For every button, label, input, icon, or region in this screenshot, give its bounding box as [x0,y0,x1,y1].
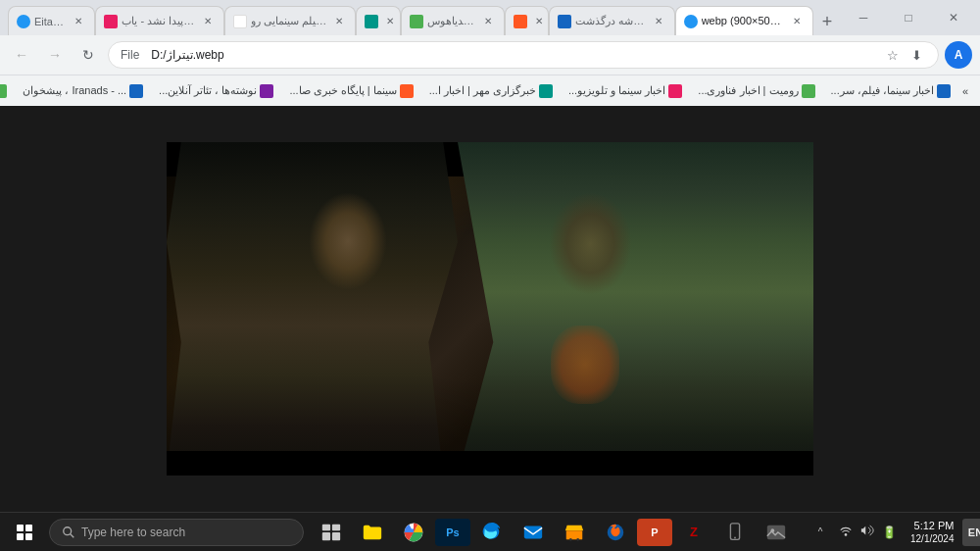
tab-admin-media[interactable]: آدمین مدیاهوس ✕ [401,6,505,35]
file-explorer-button[interactable] [353,513,392,552]
address-scheme: File [121,48,139,62]
profile-button[interactable]: A [945,41,972,69]
bookmarks-more-button[interactable]: » [958,83,972,99]
tab-close-5[interactable]: ✕ [480,14,496,29]
window-controls: ─ □ ✕ [841,0,980,35]
tab-close-3[interactable]: ✕ [331,14,347,29]
mail-button[interactable] [514,513,553,552]
powerpoint-button[interactable]: P [637,519,672,546]
tab-favicon-2 [104,15,118,28]
volume-icon[interactable] [858,522,876,542]
tab-hosein[interactable]: حسین توشه درگذشت ✕ [549,6,675,35]
tab-favicon-8 [684,15,698,28]
figure-left [167,142,458,476]
svg-point-0 [64,526,72,534]
tab-favicon-3 [233,15,247,28]
bookmark-item-7[interactable]: رومیت | اخبار فناوری... [690,82,822,100]
movie-image-container [167,142,813,476]
photos-button[interactable] [757,513,796,552]
tab-title-5: آدمین مدیاهوس [427,15,476,27]
bookmark-item-1[interactable]: آدمین مدیاهوس [0,82,15,100]
bookmark-label-6: اخبار سینما و تلویزیو... [568,84,665,97]
system-clock[interactable]: 5:12 PM 12/1/2024 [906,519,958,545]
task-view-button[interactable] [312,513,351,552]
tab-webp-active[interactable]: webp (900×506) تیتراژ... ✕ [675,6,813,35]
clock-time: 5:12 PM [910,519,955,532]
tab-favicon-6 [514,15,527,28]
clock-date: 12/1/2024 [910,532,955,545]
store-button[interactable] [555,513,594,552]
forward-button[interactable]: → [41,41,69,69]
ppt-label: P [651,526,658,538]
download-icon[interactable]: ⬇ [906,45,926,65]
back-button[interactable]: ← [8,41,35,69]
maximize-button[interactable]: □ [886,0,931,35]
language-indicator[interactable]: EN [962,519,981,546]
tab-close-6[interactable]: ✕ [531,14,547,29]
bookmark-label-3: نوشته‌ها ، تئاتر آنلاین... [159,84,257,97]
tab-not-found[interactable]: صفحه پیدا نشد - یاب‌... ✕ [95,6,224,35]
system-tray: ^ 🔋 5:12 PM 12/1/2024 [804,513,980,552]
firefox-button[interactable] [596,513,635,552]
battery-icon[interactable]: 🔋 [880,524,899,541]
tray-chevron-icon[interactable]: ^ [811,524,829,541]
tab-teal[interactable]: ✕ [356,6,400,35]
tab-title-2: صفحه پیدا نشد - یاب‌... [122,15,196,27]
address-path: D:/تیتراژ.webp [151,48,877,62]
close-button[interactable]: ✕ [931,0,976,35]
letterbox-bottom [167,451,813,476]
taskbar: Type here to search [0,512,980,551]
edge-button[interactable] [472,513,512,552]
face-left [309,192,387,290]
filezilla-button[interactable]: Z [674,513,713,552]
bookmark-label-2: ... - Iranads ، پیشخوان [23,84,126,97]
minimize-button[interactable]: ─ [841,0,886,35]
tab-orange[interactable]: ✕ [505,6,549,35]
tab-close-1[interactable]: ✕ [71,14,86,29]
tab-title-8: webp (900×506) تیتراژ... [702,15,785,27]
ps-label: Ps [446,526,459,538]
bookmark-item-6[interactable]: اخبار سینما و تلویزیو... [561,82,690,100]
browser-chrome: Eitaa Web ✕ صفحه پیدا نشد - یاب‌... ✕ تی… [0,0,980,106]
svg-point-14 [734,536,736,538]
bookmark-item-8[interactable]: اخبار سینما، فیلم، سر... [823,82,958,100]
tab-close-4[interactable]: ✕ [382,14,398,29]
tab-close-8[interactable]: ✕ [789,14,805,29]
reload-button[interactable]: ↻ [74,41,102,69]
device-button[interactable] [715,513,755,552]
svg-point-11 [576,537,579,540]
photoshop-button[interactable]: Ps [435,519,470,546]
orange-shirt [551,326,619,404]
bookmark-item-5[interactable]: خبرگزاری مهر | اخبار ا... [421,82,561,100]
bookmark-item-3[interactable]: نوشته‌ها ، تئاتر آنلاین... [151,82,281,100]
svg-point-17 [845,533,848,536]
network-icon[interactable] [837,522,855,542]
tab-close-7[interactable]: ✕ [651,14,666,29]
tab-favicon-4 [365,15,378,28]
title-bar: Eitaa Web ✕ صفحه پیدا نشد - یاب‌... ✕ تی… [0,0,980,35]
taskbar-search[interactable]: Type here to search [49,519,304,546]
tab-close-2[interactable]: ✕ [200,14,216,29]
new-tab-button[interactable]: + [813,8,841,35]
address-bar[interactable]: File D:/تیتراژ.webp ☆ ⬇ [108,41,939,69]
svg-rect-8 [524,526,542,538]
start-sq-3 [17,533,24,540]
tab-title-3: تیتراژ فیلم سینمایی رو... [251,15,327,27]
tab-titraj-film[interactable]: تیتراژ فیلم سینمایی رو... ✕ [224,6,356,35]
svg-line-1 [71,533,74,537]
tab-eitaa-web[interactable]: Eitaa Web ✕ [8,6,95,35]
bookmark-label-4: سینما | پایگاه خبری صا... [289,84,396,97]
bookmark-favicon-3 [260,84,273,98]
taskbar-app-icons: Ps [304,513,804,552]
tab-favicon-5 [410,15,423,28]
bookmark-item-2[interactable]: ... - Iranads ، پیشخوان [15,82,151,100]
bookmark-item-4[interactable]: سینما | پایگاه خبری صا... [281,82,420,100]
address-icon-group: ☆ ⬇ [883,45,926,65]
search-placeholder-text: Type here to search [81,526,291,539]
start-sq-1 [17,525,24,531]
bookmark-star-icon[interactable]: ☆ [883,45,903,65]
chrome-button[interactable] [394,513,433,552]
bookmark-favicon-6 [668,84,682,98]
bookmark-favicon-1 [0,84,7,98]
start-button[interactable] [0,513,49,552]
